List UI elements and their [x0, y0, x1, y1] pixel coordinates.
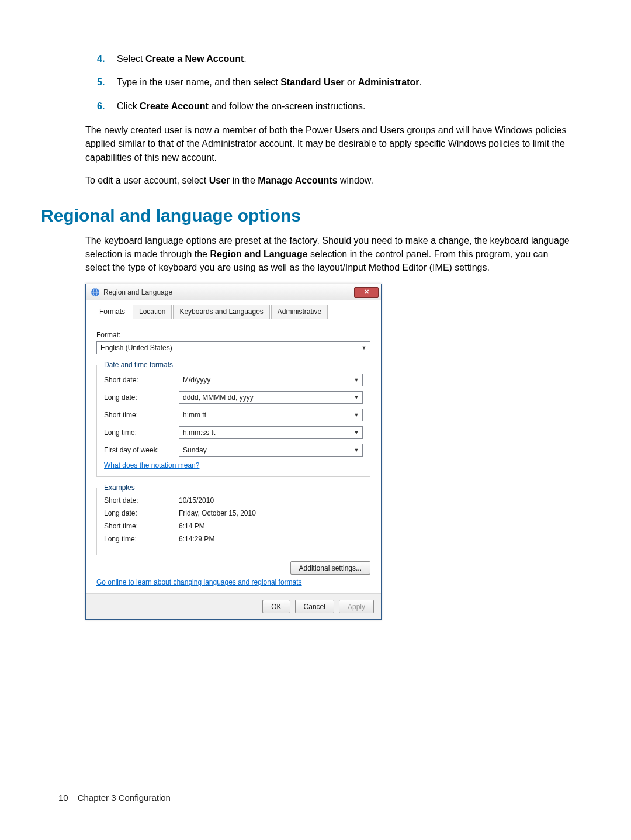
region-language-dialog: Region and Language ✕ Formats Location K…: [85, 284, 382, 620]
paragraph: The keyboard language options are preset…: [85, 234, 573, 275]
row-value: 6:14:29 PM: [179, 535, 214, 543]
short-date-row: Short date: M/d/yyyy▼: [104, 374, 363, 386]
format-value: English (United States): [100, 344, 172, 352]
dialog-body: Formats Location Keyboards and Languages…: [86, 300, 381, 593]
text: Click: [117, 101, 140, 111]
long-time-combo[interactable]: h:mm:ss tt▼: [179, 426, 363, 439]
text: window.: [338, 175, 373, 185]
text: .: [419, 77, 422, 87]
paragraph: To edit a user account, select User in t…: [85, 174, 573, 187]
long-date-combo[interactable]: dddd, MMMM dd, yyyy▼: [179, 391, 363, 404]
row-label: Short date:: [104, 376, 179, 384]
first-day-combo[interactable]: Sunday▼: [179, 444, 363, 457]
format-label: Format:: [96, 331, 370, 339]
row-label: Long time:: [104, 535, 179, 543]
text: To edit a user account, select: [85, 175, 209, 185]
dialog-titlebar[interactable]: Region and Language ✕: [86, 284, 381, 300]
text: or: [345, 77, 358, 87]
bold: Administrator: [358, 77, 419, 87]
close-icon: ✕: [364, 288, 369, 296]
bold: Create Account: [140, 101, 209, 111]
additional-row: Additional settings...: [96, 561, 370, 575]
step-5: 5. Type in the user name, and then selec…: [97, 76, 573, 89]
text: and follow the on-screen instructions.: [209, 101, 366, 111]
step-4: 4. Select Create a New Account.: [97, 53, 573, 65]
chevron-down-icon: ▼: [352, 445, 361, 455]
page-number: 10: [58, 793, 68, 803]
formats-pane: Format: English (United States) ▼ Date a…: [93, 326, 374, 586]
row-value: Friday, October 15, 2010: [179, 509, 256, 517]
step-text: Type in the user name, and then select S…: [117, 76, 573, 89]
dialog-footer: OK Cancel Apply: [86, 593, 381, 619]
close-button[interactable]: ✕: [354, 287, 379, 298]
row-value: 10/15/2010: [179, 496, 214, 504]
tab-keyboards[interactable]: Keyboards and Languages: [173, 305, 269, 319]
chapter-label: Chapter 3 Configuration: [78, 793, 171, 803]
online-link[interactable]: Go online to learn about changing langua…: [96, 578, 302, 586]
step-number: 5.: [97, 76, 117, 89]
apply-button[interactable]: Apply: [339, 600, 374, 613]
text: Type in the user name, and then select: [117, 77, 280, 87]
globe-icon: [91, 288, 100, 297]
combo-value: dddd, MMMM dd, yyyy: [183, 393, 254, 402]
tab-strip: Formats Location Keyboards and Languages…: [93, 304, 374, 319]
examples-fieldset: Examples Short date:10/15/2010 Long date…: [96, 488, 370, 555]
row-label: Long date:: [104, 509, 179, 517]
examples-legend: Examples: [102, 483, 137, 492]
datetime-fieldset: Date and time formats Short date: M/d/yy…: [96, 365, 370, 477]
row-label: Short time:: [104, 522, 179, 530]
page-footer: 10 Chapter 3 Configuration: [58, 793, 171, 803]
dialog-title: Region and Language: [103, 288, 172, 296]
row-label: Long date:: [104, 393, 179, 402]
chevron-down-icon: ▼: [352, 393, 361, 402]
bold: User: [209, 175, 230, 185]
combo-value: Sunday: [183, 446, 207, 454]
example-row: Short time:6:14 PM: [104, 522, 363, 530]
step-number: 6.: [97, 100, 117, 113]
cancel-button[interactable]: Cancel: [295, 600, 334, 613]
long-date-row: Long date: dddd, MMMM dd, yyyy▼: [104, 391, 363, 404]
paragraph: The newly created user is now a member o…: [85, 123, 573, 164]
short-time-row: Short time: h:mm tt▼: [104, 409, 363, 421]
row-label: Short time:: [104, 411, 179, 419]
combo-value: h:mm:ss tt: [183, 428, 215, 437]
tab-administrative[interactable]: Administrative: [271, 305, 328, 319]
example-row: Long date:Friday, October 15, 2010: [104, 509, 363, 517]
chevron-down-icon: ▼: [352, 410, 361, 420]
section-heading: Regional and language options: [41, 206, 573, 226]
short-time-combo[interactable]: h:mm tt▼: [179, 409, 363, 421]
example-row: Short date:10/15/2010: [104, 496, 363, 504]
additional-settings-button[interactable]: Additional settings...: [290, 561, 370, 575]
bold: Standard User: [280, 77, 344, 87]
instruction-steps: 4. Select Create a New Account. 5. Type …: [97, 53, 573, 113]
row-label: First day of week:: [104, 446, 179, 454]
step-number: 4.: [97, 53, 117, 65]
step-text: Click Create Account and follow the on-s…: [117, 100, 573, 113]
row-value: 6:14 PM: [179, 522, 205, 530]
bold: Create a New Account: [145, 54, 244, 64]
datetime-legend: Date and time formats: [102, 361, 175, 369]
short-date-combo[interactable]: M/d/yyyy▼: [179, 374, 363, 386]
bold: Region and Language: [210, 249, 307, 259]
long-time-row: Long time: h:mm:ss tt▼: [104, 426, 363, 439]
text: Select: [117, 54, 145, 64]
text: in the: [230, 175, 258, 185]
combo-value: h:mm tt: [183, 411, 206, 419]
tab-location[interactable]: Location: [133, 305, 172, 319]
bold: Manage Accounts: [258, 175, 337, 185]
step-text: Select Create a New Account.: [117, 53, 573, 65]
format-combo[interactable]: English (United States) ▼: [96, 341, 370, 354]
first-day-row: First day of week: Sunday▼: [104, 444, 363, 457]
step-6: 6. Click Create Account and follow the o…: [97, 100, 573, 113]
row-label: Short date:: [104, 496, 179, 504]
tab-formats[interactable]: Formats: [93, 305, 131, 319]
row-label: Long time:: [104, 428, 179, 437]
notation-link[interactable]: What does the notation mean?: [104, 461, 199, 469]
text: .: [244, 54, 246, 64]
chevron-down-icon: ▼: [359, 343, 369, 352]
titlebar-left: Region and Language: [91, 288, 172, 297]
combo-value: M/d/yyyy: [183, 376, 210, 384]
ok-button[interactable]: OK: [262, 600, 290, 613]
chevron-down-icon: ▼: [352, 375, 361, 385]
chevron-down-icon: ▼: [352, 428, 361, 437]
